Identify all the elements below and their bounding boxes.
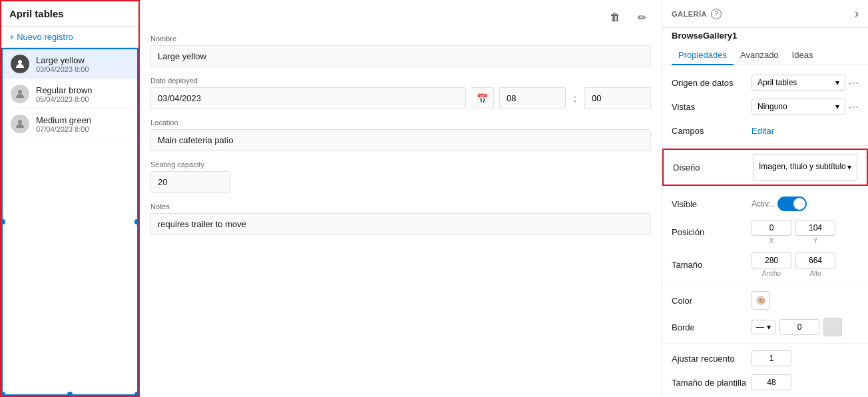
delete-icon[interactable]: 🗑 xyxy=(606,8,624,27)
edit-icon[interactable]: ✏ xyxy=(632,8,651,27)
info-icon[interactable]: ? xyxy=(711,9,722,19)
new-record-button[interactable]: + Nuevo registro xyxy=(1,27,138,48)
gallery-item-1[interactable]: Regular brown 05/04/2023 8:00 xyxy=(3,79,137,109)
color-picker[interactable]: 🎨 xyxy=(752,291,770,310)
prop-borde: Borde — ▾ xyxy=(662,314,868,340)
date-input[interactable] xyxy=(150,87,466,109)
prop-vistas: Vistas Ninguno ▾ ⋯ xyxy=(662,95,868,119)
notes-field: Notes xyxy=(150,202,651,235)
svg-point-1 xyxy=(18,90,22,94)
handle-ml[interactable] xyxy=(1,219,5,224)
avatar-1 xyxy=(11,85,29,103)
nombre-input[interactable] xyxy=(150,45,651,67)
pos-x-input[interactable] xyxy=(752,220,791,236)
campos-label: Campos xyxy=(672,126,752,136)
time-minute-input[interactable] xyxy=(584,87,651,109)
tamano-label: Tamaño xyxy=(672,260,752,270)
borde-value: — ▾ xyxy=(752,318,859,336)
visible-toggle[interactable] xyxy=(777,197,807,211)
time-hour-input[interactable] xyxy=(499,87,566,109)
tab-ideas[interactable]: Ideas xyxy=(785,46,820,65)
handle-bl[interactable] xyxy=(1,392,5,396)
ancho-label: Ancho xyxy=(752,270,791,277)
notes-input[interactable] xyxy=(150,213,651,235)
item-name-2: Medium green xyxy=(36,115,91,125)
visible-label: Visible xyxy=(672,199,752,209)
vistas-chevron: ▾ xyxy=(835,102,839,111)
diseno-dropdown[interactable]: Imagen, título y subtítulo ▾ xyxy=(753,154,857,181)
x-label: X xyxy=(752,237,791,244)
editar-link[interactable]: Editar xyxy=(752,126,774,136)
prop-campos: Campos Editar xyxy=(662,119,868,143)
diseno-chevron: ▾ xyxy=(847,163,851,172)
galeria-title-row: GALERÍA ? xyxy=(672,9,722,19)
origen-dropdown[interactable]: April tables ▾ xyxy=(752,75,845,91)
notes-label: Notes xyxy=(150,202,651,210)
border-line: — xyxy=(756,322,764,332)
galeria-label: GALERÍA xyxy=(672,10,707,18)
item-text-0: Large yellow 03/04/2023 8:00 xyxy=(36,55,89,73)
date-row: 📅 : xyxy=(150,87,651,109)
diseno-value: Imagen, título y subtítulo ▾ xyxy=(753,154,857,181)
toggle-knob xyxy=(793,198,805,210)
ajustar-input[interactable] xyxy=(752,350,791,366)
alto-input[interactable] xyxy=(795,252,835,268)
main-toolbar: 🗑 ✏ xyxy=(150,8,651,27)
divider-2 xyxy=(662,189,868,189)
origen-chevron: ▾ xyxy=(835,78,839,87)
seating-input[interactable] xyxy=(150,171,230,193)
avatar-2 xyxy=(11,115,29,133)
prop-tamano: Tamaño Ancho Alto xyxy=(662,248,868,281)
gallery-list: Large yellow 03/04/2023 8:00 Regular bro… xyxy=(1,48,138,396)
ajustar-value xyxy=(752,350,859,366)
tab-avanzado[interactable]: Avanzado xyxy=(734,46,785,65)
time-colon: : xyxy=(571,87,579,109)
ancho-input[interactable] xyxy=(752,252,791,268)
origen-more-icon[interactable]: ⋯ xyxy=(848,77,859,89)
y-label: Y xyxy=(795,237,835,244)
right-panel: GALERÍA ? › BrowseGallery1 Propiedades A… xyxy=(662,0,868,397)
vistas-more-icon[interactable]: ⋯ xyxy=(848,101,859,113)
location-field: Location xyxy=(150,119,651,151)
vistas-dropdown[interactable]: Ninguno ▾ xyxy=(752,99,845,115)
handle-bc[interactable] xyxy=(67,392,73,396)
vistas-text: Ninguno xyxy=(758,102,787,111)
tamano-value: Ancho Alto xyxy=(752,252,859,277)
origen-label: Origen de datos xyxy=(672,78,752,88)
pos-inputs xyxy=(752,220,859,236)
seating-field: Seating capacity xyxy=(150,161,651,193)
prop-espaciado: Espaciado interno ... xyxy=(662,394,868,397)
diseno-label: Diseño xyxy=(673,163,753,173)
location-input[interactable] xyxy=(150,129,651,151)
chevron-right-icon[interactable]: › xyxy=(855,7,859,21)
pos-y-input[interactable] xyxy=(795,220,835,236)
prop-origen: Origen de datos April tables ▾ ⋯ xyxy=(662,71,868,95)
divider-3 xyxy=(662,284,868,284)
handle-br[interactable] xyxy=(134,392,138,396)
borde-label: Borde xyxy=(672,322,752,332)
item-text-1: Regular brown 05/04/2023 8:00 xyxy=(36,85,93,103)
border-width-input[interactable] xyxy=(779,319,819,335)
gallery-item-0[interactable]: Large yellow 03/04/2023 8:00 xyxy=(3,49,137,79)
item-text-2: Medium green 07/04/2023 8:00 xyxy=(36,115,91,133)
divider-1 xyxy=(662,145,868,146)
handle-mr[interactable] xyxy=(134,219,138,224)
item-name-1: Regular brown xyxy=(36,85,93,95)
svg-point-0 xyxy=(18,60,22,64)
visible-value: Activ... xyxy=(752,197,859,211)
border-style-dropdown[interactable]: — ▾ xyxy=(752,320,775,334)
nombre-field: Nombre xyxy=(150,35,651,67)
calendar-icon[interactable]: 📅 xyxy=(471,87,494,109)
color-label: Color xyxy=(672,296,752,306)
tab-propiedades[interactable]: Propiedades xyxy=(672,46,734,65)
tamano-plantilla-input[interactable] xyxy=(752,374,791,390)
campos-value: Editar xyxy=(752,126,859,136)
diseno-text: Imagen, título y subtítulo xyxy=(759,162,846,173)
border-color-picker[interactable] xyxy=(823,318,842,336)
nombre-label: Nombre xyxy=(150,35,651,43)
item-date-2: 07/04/2023 8:00 xyxy=(36,125,91,133)
tabs-row: Propiedades Avanzado Ideas xyxy=(662,46,868,65)
gallery-item-2[interactable]: Medium green 07/04/2023 8:00 xyxy=(3,109,137,139)
size-group: Ancho Alto xyxy=(752,252,859,277)
origen-text: April tables xyxy=(758,78,797,87)
